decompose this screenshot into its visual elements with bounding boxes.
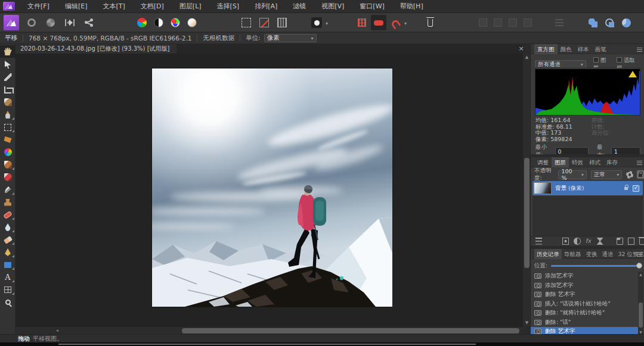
photo-persona-button[interactable]: [4, 15, 19, 30]
layer-list-empty-area[interactable]: [532, 196, 643, 236]
move-tool[interactable]: [0, 58, 16, 71]
clipping-warning-icon[interactable]: [628, 71, 637, 77]
panel-tab[interactable]: 调整: [534, 157, 552, 167]
auto-white-balance-button[interactable]: [184, 15, 200, 30]
assistant-dropdown-arrow[interactable]: [326, 21, 332, 27]
marquee-tool[interactable]: [0, 121, 16, 133]
geometry-subtract-button[interactable]: [602, 15, 617, 30]
panel-tab[interactable]: 变换: [584, 249, 600, 259]
film-mode-button[interactable]: [274, 15, 290, 30]
crop-tool[interactable]: [0, 83, 16, 96]
geometry-divide-button[interactable]: [618, 15, 634, 30]
vertical-scroll-thumb[interactable]: [524, 158, 530, 268]
menu-item[interactable]: 滤镜: [285, 0, 314, 13]
gear-icon[interactable]: [626, 171, 633, 179]
flood-fill-tool[interactable]: [0, 133, 16, 146]
history-scroll-thumb[interactable]: [639, 303, 643, 328]
opacity-select[interactable]: 100 %: [558, 170, 586, 179]
auto-contrast-button[interactable]: [151, 15, 166, 30]
layer-lock-icon[interactable]: [624, 187, 628, 190]
text-tool[interactable]: [0, 271, 16, 283]
app-logo-icon[interactable]: [3, 2, 15, 11]
menu-item[interactable]: 帮助[H]: [392, 0, 431, 13]
colour-replacement-brush-tool[interactable]: [0, 171, 16, 183]
panel-tab[interactable]: 直方图: [534, 44, 558, 54]
horizontal-scrollbar[interactable]: ◂: [16, 326, 522, 334]
assistant-button[interactable]: [309, 15, 324, 30]
zoom-tool[interactable]: [0, 296, 16, 308]
panel-tab[interactable]: 库存: [603, 157, 621, 167]
liquify-persona-button[interactable]: [24, 15, 39, 30]
menu-item[interactable]: 图层[L]: [172, 0, 209, 13]
adjustment-icon[interactable]: [574, 238, 580, 245]
develop-persona-button[interactable]: [43, 15, 58, 30]
pen-tool[interactable]: [0, 246, 16, 258]
view-tool[interactable]: [0, 45, 16, 58]
menu-item[interactable]: 文本[T]: [95, 0, 132, 13]
panel-tab[interactable]: 历史记录: [534, 249, 562, 259]
gradient-tool[interactable]: [0, 146, 16, 158]
close-view-icon[interactable]: ×: [516, 44, 526, 54]
history-item[interactable]: 删除: "话": [531, 318, 638, 328]
pixel-tool[interactable]: [0, 183, 16, 196]
colour-picker-tool[interactable]: [0, 71, 16, 83]
marquee-mode-button[interactable]: [239, 15, 254, 30]
panel-menu-icon[interactable]: [637, 252, 642, 257]
slider-knob[interactable]: [636, 263, 642, 269]
flood-select-tool[interactable]: [0, 108, 16, 121]
auto-colours-button[interactable]: [168, 15, 183, 30]
lock-button[interactable]: [637, 170, 644, 179]
layers-stack-icon[interactable]: [535, 238, 542, 245]
liquify-icon[interactable]: [597, 238, 603, 245]
panel-tab[interactable]: 样本: [575, 44, 592, 54]
history-item[interactable]: 添加艺术字: [531, 272, 638, 281]
blur-tool[interactable]: [0, 221, 16, 233]
paint-brush-tool[interactable]: [0, 158, 16, 171]
healing-brush-tool[interactable]: [0, 208, 16, 221]
position-slider[interactable]: [551, 265, 641, 267]
panel-tab[interactable]: 画笔: [592, 44, 609, 54]
grid-toggle-button[interactable]: [354, 15, 370, 30]
menu-item[interactable]: 文档[D]: [133, 0, 172, 13]
snap-pill-button[interactable]: [371, 15, 386, 30]
panel-tab[interactable]: 颜色: [558, 44, 575, 54]
panel-tab[interactable]: 特效: [569, 157, 586, 167]
snapping-button[interactable]: [388, 15, 403, 30]
auto-levels-button[interactable]: [134, 15, 150, 30]
panel-tab[interactable]: 导航器: [562, 249, 584, 259]
panel-tab[interactable]: 样式: [586, 157, 603, 167]
menu-item[interactable]: 排列[A]: [247, 0, 285, 13]
history-item[interactable]: 删除: "就将计就计哈哈": [531, 308, 638, 318]
red-line-mode-button[interactable]: [256, 15, 272, 30]
scroll-up-icon[interactable]: ▲: [638, 272, 643, 277]
unit-select[interactable]: 像素: [264, 34, 317, 42]
vertical-scrollbar[interactable]: ▲ ▼: [522, 54, 530, 326]
history-scrollbar[interactable]: ▲ ▼: [638, 272, 643, 335]
mask-icon[interactable]: [562, 238, 569, 245]
menu-item[interactable]: 文件[F]: [20, 0, 57, 13]
tone-mapping-persona-button[interactable]: [62, 15, 78, 30]
panel-tab[interactable]: 图层: [552, 157, 569, 167]
panel-menu-icon[interactable]: [637, 47, 642, 52]
export-persona-button[interactable]: [81, 15, 97, 30]
clone-brush-tool[interactable]: [0, 196, 16, 208]
panel-menu-icon[interactable]: [637, 160, 642, 165]
mesh-warp-tool[interactable]: [0, 283, 16, 296]
erase-brush-tool[interactable]: [0, 233, 16, 246]
canvas-area[interactable]: [16, 54, 522, 326]
snapping-dropdown-arrow[interactable]: [404, 21, 410, 27]
geometry-add-button[interactable]: [585, 15, 600, 30]
history-item[interactable]: 插入: "话说将计就计哈哈": [531, 300, 638, 309]
fx-icon[interactable]: [586, 238, 592, 245]
menu-item[interactable]: 视图[V]: [314, 0, 352, 13]
panel-tab[interactable]: 通道: [600, 249, 616, 259]
group-icon[interactable]: [617, 238, 623, 245]
selection-brush-tool[interactable]: [0, 96, 16, 108]
history-item[interactable]: 删除 艺术字: [531, 290, 638, 300]
history-item[interactable]: 添加艺术字: [531, 281, 638, 291]
blend-mode-select[interactable]: 正常: [591, 170, 623, 179]
menu-item[interactable]: 选择[S]: [209, 0, 247, 13]
horizontal-scroll-thumb[interactable]: [182, 328, 519, 333]
new-layer-icon[interactable]: [628, 238, 634, 245]
menu-item[interactable]: 编辑[E]: [57, 0, 95, 13]
